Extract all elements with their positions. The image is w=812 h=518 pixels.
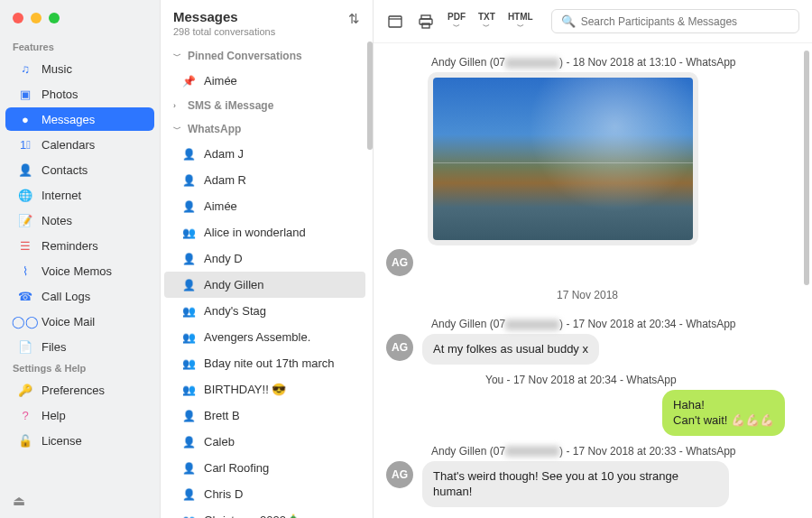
sidebar-item-photos[interactable]: ▣Photos [5,82,154,106]
scrollbar[interactable] [804,51,809,285]
convo-item[interactable]: 👥Christmas 2022🎄 [164,507,365,518]
sidebar-item-call-logs[interactable]: ☎Call Logs [5,284,154,308]
print-button[interactable] [417,13,435,31]
person-icon: 👤 [182,279,195,291]
message-meta: Andy Gillen (07) - 17 Nov 2018 at 20:33 … [431,445,789,458]
toolbar: PDF﹀ TXT﹀ HTML﹀ 🔍 [374,0,812,43]
photos-icon: ▣ [18,87,32,101]
convo-item[interactable]: 👤Adam R [164,167,365,193]
convo-label: Avengers Assemble. [204,330,310,344]
close-window-button[interactable] [13,13,23,23]
convo-item[interactable]: 👥Bday nite out 17th march [164,350,365,376]
avatar: AG [386,461,413,488]
convo-item[interactable]: 👤Andy D [164,245,365,272]
export-label: PDF [448,13,466,22]
sort-button[interactable]: ⇅ [348,9,360,27]
group-icon: 👥 [182,357,195,370]
sidebar-item-label: Files [42,340,66,354]
message-bubble[interactable]: Haha! Can't wait! 💪🏻💪🏻💪🏻 [662,390,785,436]
minimize-window-button[interactable] [31,13,42,23]
sidebar-item-preferences[interactable]: 🔑Preferences [5,378,154,402]
eject-button[interactable]: ⏏ [0,484,160,518]
image-message[interactable] [428,72,698,245]
convo-aimee-pinned[interactable]: 📌Aimée [164,68,365,94]
sidebar-item-help[interactable]: ?Help [5,403,154,427]
sidebar-item-contacts[interactable]: 👤Contacts [5,158,154,181]
chevron-down-icon: ﹀ [453,23,460,31]
message-row: AG That's weird though! See you at 10 yo… [386,461,789,507]
search-input[interactable] [581,15,789,28]
sidebar-item-notes[interactable]: 📝Notes [5,208,154,232]
convo-label: Chris D [204,487,243,501]
export-txt-button[interactable]: TXT﹀ [478,13,495,31]
search-box[interactable]: 🔍 [551,9,799,33]
group-whatsapp[interactable]: ﹀WhatsApp [161,117,369,141]
export-label: TXT [478,13,495,22]
sidebar-item-files[interactable]: 📄Files [5,335,154,358]
message-meta: Andy Gillen (07) - 17 Nov 2018 at 20:34 … [431,318,789,330]
convo-item[interactable]: 👤Adam J [164,141,365,167]
convo-item[interactable]: 👥Alice in wonderland [164,219,365,245]
reminders-icon: ☰ [18,238,32,253]
sidebar-item-music[interactable]: ♫Music [5,57,154,80]
phone-icon: ☎ [18,289,32,303]
convo-item[interactable]: 👥BIRTHDAY!! 😎 [164,376,365,402]
message-bubble[interactable]: That's weird though! See you at 10 you s… [422,461,729,507]
export-html-button[interactable]: HTML﹀ [508,13,533,31]
group-pinned[interactable]: ﹀Pinned Conversations [161,44,369,68]
sidebar-item-voice-memos[interactable]: ⌇Voice Memos [5,259,154,282]
sidebar-item-internet[interactable]: 🌐Internet [5,183,154,207]
convo-label: Bday nite out 17th march [204,356,335,370]
sidebar-item-label: Calendars [42,138,95,152]
calendar-icon: 1⃣ [18,137,32,152]
convo-item[interactable]: 👤Caleb [164,429,365,455]
convo-item-selected[interactable]: 👤Andy Gillen [164,272,365,298]
message-row: Haha! Can't wait! 💪🏻💪🏻💪🏻 [386,390,789,436]
sidebar-item-messages[interactable]: ●Messages [5,107,154,131]
sidebar-section-features: Features [0,38,160,56]
redacted-phone [505,319,559,330]
convo-label: Brett B [204,409,240,422]
search-icon: 🔍 [561,14,576,28]
conversation-count: 298 total conversations [173,26,275,37]
convo-label: Carl Roofing [204,461,269,475]
sidebar-item-voice-mail[interactable]: ◯◯Voice Mail [5,310,154,333]
conversation-scroll[interactable]: ﹀Pinned Conversations 📌Aimée ›SMS & iMes… [161,44,373,518]
group-sms[interactable]: ›SMS & iMessage [161,94,369,117]
chat-pane: PDF﹀ TXT﹀ HTML﹀ 🔍 Andy Gillen (07) - 18 … [374,0,812,518]
convo-item[interactable]: 👥Avengers Assemble. [164,324,365,350]
convo-item[interactable]: 👥Andy's Stag [164,298,365,324]
chevron-down-icon: ﹀ [173,124,182,135]
convo-item[interactable]: 👤Chris D [164,481,365,507]
convo-label: Andy D [204,252,243,265]
person-icon: 👤 [182,410,195,422]
chat-scroll[interactable]: Andy Gillen (07) - 18 Nov 2018 at 13:10 … [374,43,812,518]
sidebar-item-label: Notes [42,214,72,227]
sidebar-item-label: Contacts [42,163,88,177]
group-label: SMS & iMessage [188,99,273,112]
svg-rect-0 [389,16,401,27]
convo-label: Aimée [204,199,237,213]
person-icon: 👤 [182,174,195,187]
sidebar-item-label: Help [42,409,66,422]
maximize-window-button[interactable] [49,13,60,23]
person-icon: 👤 [182,462,195,475]
sidebar-item-reminders[interactable]: ☰Reminders [5,234,154,257]
message-bubble[interactable]: At my folkes as usual buddy x [422,334,599,365]
scrollbar[interactable] [367,42,373,150]
convo-item[interactable]: 👤Carl Roofing [164,455,365,481]
convo-item[interactable]: 👤Aimée [164,193,365,219]
group-icon: 👥 [182,514,195,519]
chevron-down-icon: ﹀ [173,51,182,62]
group-icon: 👥 [182,305,195,318]
convo-item[interactable]: 👤Brett B [164,402,365,429]
sidebar-item-calendars[interactable]: 1⃣Calendars [5,133,154,156]
sidebar-item-label: License [42,434,82,448]
conversation-title: Messages [173,9,275,24]
sidebar-item-license[interactable]: 🔓License [5,429,154,452]
photo-attachment [433,78,693,240]
export-pdf-button[interactable]: PDF﹀ [448,13,466,31]
calendar-view-button[interactable] [386,13,404,31]
message-meta: Andy Gillen (07) - 18 Nov 2018 at 13:10 … [431,56,789,69]
avatar: AG [386,334,413,361]
